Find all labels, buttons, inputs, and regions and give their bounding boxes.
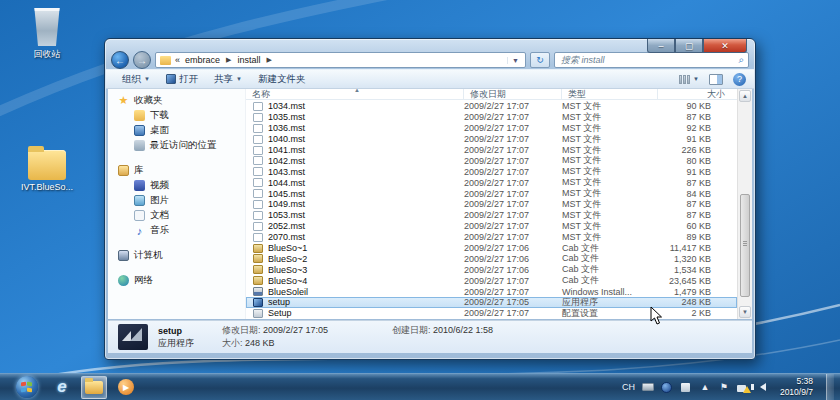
- network-warning-icon[interactable]: [737, 382, 750, 393]
- file-row-1042.mst[interactable]: 1042.mst2009/2/27 17:07MST 文件80 KB: [246, 155, 737, 166]
- file-cell-date: 2009/2/27 17:07: [464, 232, 562, 242]
- show-desktop-button[interactable]: [826, 374, 834, 400]
- new-folder-label: 新建文件夹: [258, 73, 306, 86]
- sidebar-item-libraries[interactable]: 库: [108, 163, 245, 178]
- sidebar-item-downloads[interactable]: 下载: [108, 108, 245, 123]
- command-toolbar: 组织 ▼ 打开 共享 ▼ 新建文件夹 ▼ ?: [106, 69, 754, 89]
- file-row-1041.mst[interactable]: 1041.mst2009/2/27 17:07MST 文件226 KB: [246, 145, 737, 156]
- size-value: 248 KB: [245, 338, 275, 348]
- search-input[interactable]: [559, 54, 738, 66]
- taskbar-windows-explorer-button[interactable]: [81, 376, 107, 399]
- desktop-icon-recycle-bin[interactable]: 回收站: [12, 8, 82, 61]
- file-row-1053.mst[interactable]: 1053.mst2009/2/27 17:07MST 文件87 KB: [246, 210, 737, 221]
- organize-button[interactable]: 组织 ▼: [114, 71, 158, 88]
- open-label: 打开: [179, 73, 198, 86]
- file-cell-date: 2009/2/27 17:06: [464, 243, 562, 253]
- keyboard-icon[interactable]: [642, 382, 654, 393]
- file-row-1035.mst[interactable]: 1035.mst2009/2/27 17:07MST 文件87 KB: [246, 112, 737, 123]
- file-row-BlueSo~1[interactable]: BlueSo~12009/2/27 17:06Cab 文件11,417 KB: [246, 243, 737, 254]
- desktop-icon-label: IVT.BlueSo...: [12, 182, 82, 192]
- file-row-1043.mst[interactable]: 1043.mst2009/2/27 17:07MST 文件91 KB: [246, 166, 737, 177]
- start-button[interactable]: [16, 376, 38, 398]
- file-row-1040.mst[interactable]: 1040.mst2009/2/27 17:07MST 文件91 KB: [246, 134, 737, 145]
- sidebar-item-music[interactable]: ♪音乐: [108, 223, 245, 238]
- column-header-date-modified[interactable]: 修改日期: [464, 89, 562, 99]
- file-row-BlueSo~2[interactable]: BlueSo~22009/2/27 17:06Cab 文件1,320 KB: [246, 253, 737, 264]
- back-button[interactable]: ←: [111, 51, 129, 69]
- sidebar-item-computer[interactable]: 计算机: [108, 248, 245, 263]
- views-icon: [679, 75, 690, 84]
- file-list-rows: 1034.mst2009/2/27 17:07MST 文件90 KB1035.m…: [246, 101, 737, 319]
- sidebar-item-videos[interactable]: 视频: [108, 178, 245, 193]
- sidebar-item-pictures[interactable]: 图片: [108, 193, 245, 208]
- language-indicator[interactable]: CH: [622, 382, 635, 392]
- file-cell-name: 1053.mst: [268, 210, 464, 220]
- file-row-1044.mst[interactable]: 1044.mst2009/2/27 17:07MST 文件87 KB: [246, 177, 737, 188]
- new-folder-button[interactable]: 新建文件夹: [250, 71, 314, 88]
- file-row-BlueSoleil[interactable]: BlueSoleil2009/2/27 17:07Windows Install…: [246, 286, 737, 297]
- breadcrumb-crumb[interactable]: install: [237, 55, 260, 65]
- sidebar-item-recent-places[interactable]: 最近访问的位置: [108, 138, 245, 153]
- file-cell-type: Cab 文件: [562, 274, 658, 287]
- maximize-button[interactable]: ▢: [675, 39, 703, 53]
- application-icon: [166, 74, 176, 84]
- show-hidden-icons-chevron[interactable]: ▲: [699, 382, 711, 393]
- videos-icon: [134, 180, 145, 191]
- favorites-star-icon: ★: [118, 95, 129, 106]
- taskbar-internet-explorer-button[interactable]: e: [49, 376, 75, 399]
- file-row-BlueSo~4[interactable]: BlueSo~42009/2/27 17:07Cab 文件23,645 KB: [246, 275, 737, 286]
- file-row-BlueSo~3[interactable]: BlueSo~32009/2/27 17:06Cab 文件1,534 KB: [246, 264, 737, 275]
- share-button[interactable]: 共享 ▼: [206, 71, 250, 88]
- address-dropdown-icon[interactable]: ▼: [507, 57, 523, 64]
- scrollbar-thumb[interactable]: [740, 194, 750, 297]
- forward-button[interactable]: →: [133, 51, 151, 69]
- app-file-icon: [253, 298, 263, 307]
- sidebar-item-network[interactable]: 网络: [108, 273, 245, 288]
- refresh-button[interactable]: ↻: [530, 52, 550, 68]
- scroll-up-icon[interactable]: ▲: [739, 90, 751, 102]
- close-button[interactable]: ✕: [703, 39, 747, 53]
- chevron-right-icon: ▶: [226, 56, 231, 64]
- volume-icon[interactable]: [757, 382, 769, 393]
- file-cell-date: 2009/2/27 17:07: [464, 308, 562, 318]
- file-cell-size: 1,534 KB: [658, 265, 737, 275]
- vertical-scrollbar[interactable]: ▲ ▼: [737, 89, 752, 319]
- created-date-label: 创建日期:: [392, 325, 431, 335]
- column-headers: 名称 ▲ 修改日期 类型 大小: [246, 89, 752, 100]
- file-row-setup[interactable]: setup2009/2/27 17:05应用程序248 KB: [246, 297, 737, 308]
- recent-places-icon: [134, 140, 145, 151]
- open-button[interactable]: 打开: [158, 71, 206, 88]
- sidebar-item-label: 文档: [150, 209, 169, 222]
- input-method-icon[interactable]: [680, 382, 692, 393]
- taskbar-media-player-button[interactable]: ▶: [113, 376, 139, 399]
- sidebar-item-desktop[interactable]: 桌面: [108, 123, 245, 138]
- mst-file-icon: [253, 189, 263, 198]
- file-row-1036.mst[interactable]: 1036.mst2009/2/27 17:07MST 文件92 KB: [246, 123, 737, 134]
- action-center-flag-icon[interactable]: ⚑: [718, 382, 730, 393]
- file-cell-name: setup: [268, 297, 464, 307]
- taskbar-clock[interactable]: 5:38 2010/9/7: [780, 376, 813, 397]
- file-row-1034.mst[interactable]: 1034.mst2009/2/27 17:07MST 文件90 KB: [246, 101, 737, 112]
- breadcrumb[interactable]: « embrace ▶ install ▶ ▼: [155, 52, 526, 68]
- bluetooth-icon[interactable]: [661, 382, 673, 393]
- minimize-button[interactable]: –: [647, 39, 675, 53]
- clock-date: 2010/9/7: [780, 387, 813, 398]
- file-row-1045.mst[interactable]: 1045.mst2009/2/27 17:07MST 文件84 KB: [246, 188, 737, 199]
- preview-pane-button[interactable]: [709, 74, 723, 85]
- downloads-icon: [134, 110, 145, 121]
- file-row-1049.mst[interactable]: 1049.mst2009/2/27 17:07MST 文件87 KB: [246, 199, 737, 210]
- desktop-icon-ivt-bluesoleil[interactable]: IVT.BlueSo...: [12, 150, 82, 192]
- breadcrumb-crumb[interactable]: embrace: [185, 55, 220, 65]
- column-header-type[interactable]: 类型: [562, 89, 658, 99]
- column-header-name[interactable]: 名称 ▲: [246, 89, 464, 99]
- views-button[interactable]: ▼: [679, 75, 699, 84]
- scroll-down-icon[interactable]: ▼: [739, 306, 751, 318]
- help-button[interactable]: ?: [733, 73, 746, 86]
- file-cell-date: 2009/2/27 17:06: [464, 265, 562, 275]
- file-row-2052.mst[interactable]: 2052.mst2009/2/27 17:07MST 文件60 KB: [246, 221, 737, 232]
- sidebar-item-favorites-star[interactable]: ★收藏夹: [108, 93, 245, 108]
- sidebar-item-documents[interactable]: 文档: [108, 208, 245, 223]
- file-row-2070.mst[interactable]: 2070.mst2009/2/27 17:07MST 文件89 KB: [246, 232, 737, 243]
- sidebar-items: ★收藏夹下载桌面最近访问的位置库视频图片文档♪音乐计算机网络: [108, 93, 245, 288]
- file-row-Setup[interactable]: Setup2009/2/27 17:07配置设置2 KB: [246, 308, 737, 319]
